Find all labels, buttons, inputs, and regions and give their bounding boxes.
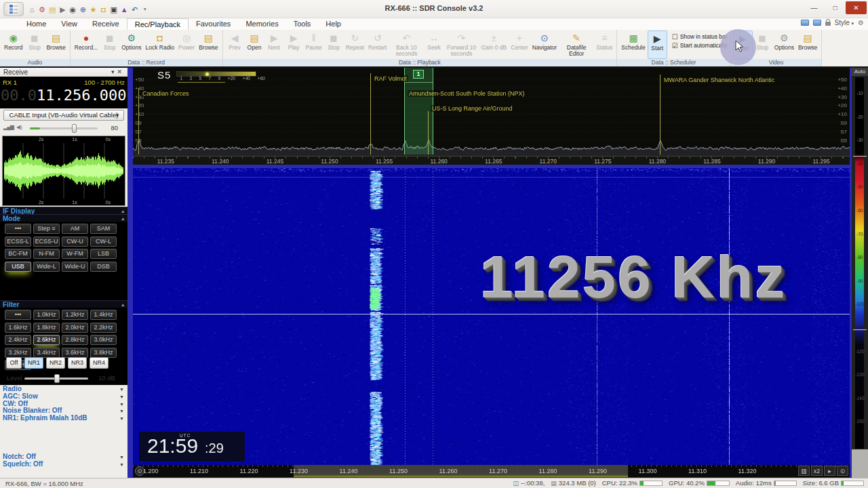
ribbon-button[interactable]: ↺Restart bbox=[366, 30, 389, 59]
user-icon[interactable]: ▲ bbox=[121, 5, 128, 14]
filter-button[interactable]: 1.6kHz bbox=[5, 323, 31, 333]
mode-button[interactable]: BC-FM bbox=[5, 249, 31, 259]
ribbon-button[interactable]: ▤Browse bbox=[44, 30, 67, 59]
mode-button[interactable]: ECSS-U bbox=[33, 237, 60, 247]
radio-setting-row[interactable]: NR1: Ephraim Malah 10dB▼ bbox=[0, 415, 127, 422]
center-view-icon[interactable]: ⊙ bbox=[837, 466, 848, 476]
mode-button[interactable]: LSB bbox=[90, 249, 117, 259]
menu-tab[interactable]: Memories bbox=[238, 18, 285, 30]
undo-icon[interactable]: ↶ bbox=[132, 5, 138, 14]
filter-button[interactable]: ••• bbox=[5, 310, 31, 320]
ribbon-button[interactable]: ◘Lock Radio bbox=[144, 30, 177, 59]
monitor-1-icon[interactable] bbox=[801, 20, 809, 26]
zoom-level-button[interactable]: x2 bbox=[811, 466, 823, 476]
radio-setting-row[interactable]: Squelch: Off▼ bbox=[0, 461, 127, 468]
ribbon-button[interactable]: ↻Repeat bbox=[344, 30, 366, 59]
filter-button[interactable]: 2.8kHz bbox=[62, 335, 88, 345]
section-if-display[interactable]: IF Display▴ bbox=[0, 207, 127, 214]
mode-button[interactable]: N-FM bbox=[33, 249, 60, 259]
favourite-icon[interactable]: ★ bbox=[90, 5, 96, 14]
ribbon-button[interactable]: ▦Schedule bbox=[619, 30, 647, 59]
ribbon-button[interactable]: ≡Status bbox=[594, 30, 614, 59]
ribbon-button[interactable]: ◉Record bbox=[2, 30, 24, 59]
frequency-navigation-bar[interactable]: 11.20011.21011.22011.23011.24011.25011.2… bbox=[133, 465, 850, 477]
mode-button[interactable]: DSB bbox=[90, 262, 117, 272]
maximize-button[interactable]: □ bbox=[825, 1, 846, 14]
mode-button[interactable]: W-FM bbox=[62, 249, 88, 259]
menu-tab[interactable]: Favourites bbox=[189, 18, 238, 30]
filter-button[interactable]: 2.6kHz bbox=[33, 335, 60, 345]
menu-tab[interactable]: Rec/Playback bbox=[127, 18, 189, 30]
ribbon-button[interactable]: ●Record... bbox=[73, 30, 100, 59]
menu-tab[interactable]: Receive bbox=[85, 18, 127, 30]
mode-button[interactable]: AM bbox=[62, 224, 88, 234]
panel-close-icon[interactable]: ✕ bbox=[117, 68, 125, 75]
minimize-button[interactable]: — bbox=[804, 1, 825, 14]
filter-button[interactable]: 3.8kHz bbox=[90, 348, 117, 358]
scheduler-checkbox[interactable]: ☑Start automatically bbox=[672, 42, 728, 49]
filter-button[interactable]: 3.4kHz bbox=[33, 348, 60, 358]
mode-button[interactable]: Wide-L bbox=[33, 262, 60, 272]
filter-button[interactable]: 1.4kHz bbox=[90, 310, 117, 320]
ribbon-button[interactable]: ↔Seek bbox=[424, 30, 443, 59]
filter-button[interactable]: 3.6kHz bbox=[62, 348, 88, 358]
ribbon-button[interactable]: ◼Stop bbox=[24, 30, 44, 59]
mode-button[interactable]: CW-U bbox=[62, 237, 88, 247]
more-icon[interactable]: ▾ bbox=[142, 5, 149, 14]
ribbon-button[interactable]: ±Gain 0 dB bbox=[479, 30, 509, 59]
play-icon[interactable]: ▶ bbox=[59, 5, 66, 14]
volume-slider[interactable] bbox=[30, 127, 98, 129]
ribbon-button[interactable]: +Center bbox=[509, 30, 530, 59]
menu-tab[interactable]: Tools bbox=[286, 18, 319, 30]
ribbon-button[interactable]: ◼Stop bbox=[324, 30, 344, 59]
filter-button[interactable]: 1.8kHz bbox=[33, 323, 60, 333]
waterfall-canvas[interactable] bbox=[133, 168, 850, 465]
ribbon-button[interactable]: ◎Power bbox=[176, 30, 197, 59]
ribbon-button[interactable]: ⚙Options bbox=[772, 30, 796, 59]
mode-button[interactable]: ••• bbox=[5, 224, 31, 234]
ribbon-button[interactable]: ▶Next bbox=[264, 30, 284, 59]
settings-icon[interactable]: ⚙ bbox=[39, 5, 45, 14]
volume-slider-thumb[interactable] bbox=[72, 124, 77, 133]
video-capture-icon[interactable]: ▥ bbox=[798, 466, 810, 476]
close-button[interactable]: ✕ bbox=[846, 1, 867, 14]
app-menu-button[interactable] bbox=[3, 2, 24, 16]
nr-button[interactable]: NR2 bbox=[46, 357, 65, 369]
monitor-2-icon[interactable] bbox=[813, 20, 821, 26]
gear-icon[interactable]: ⚙ bbox=[858, 19, 864, 26]
nr-button[interactable]: Off bbox=[6, 357, 22, 369]
spectrum-frequency-axis[interactable]: 11.23511.24011.24511.25011.25511.26011.2… bbox=[133, 156, 850, 165]
audio-device-select[interactable]: CABLE Input (VB-Audio Virtual Cable) ▼ bbox=[3, 110, 124, 121]
mode-button[interactable]: Step ≡ bbox=[33, 224, 60, 234]
mode-button[interactable]: SAM bbox=[90, 224, 117, 234]
filter-button[interactable]: 2.4kHz bbox=[5, 335, 31, 345]
ribbon-button[interactable]: ◀Prev bbox=[225, 30, 245, 59]
camera-icon[interactable]: ▣ bbox=[110, 5, 117, 14]
zoom-in-icon[interactable]: ▸ bbox=[824, 466, 835, 476]
nr-button[interactable]: NR4 bbox=[90, 357, 108, 369]
ribbon-button[interactable]: ↶Back 10 seconds bbox=[389, 30, 424, 59]
filter-button[interactable]: 1.0kHz bbox=[33, 310, 60, 320]
home-icon[interactable]: ⌂ bbox=[28, 5, 35, 14]
ribbon-button[interactable]: ⚙Options bbox=[119, 30, 143, 59]
mode-button[interactable]: CW-L bbox=[90, 237, 117, 247]
folder-icon[interactable]: ▤ bbox=[49, 5, 56, 14]
filter-button[interactable]: 3.2kHz bbox=[5, 348, 31, 358]
style-menu[interactable]: Style ▾ bbox=[835, 19, 854, 26]
rx-marker-badge[interactable]: 1 bbox=[413, 70, 424, 79]
colorbar-upper-marker[interactable] bbox=[853, 156, 867, 157]
ribbon-button[interactable]: ⊙Navigator bbox=[530, 30, 559, 59]
lock-icon[interactable]: ◘ bbox=[100, 5, 106, 14]
ribbon-button[interactable]: ▤Browse bbox=[796, 30, 819, 59]
zoom-reset-button[interactable]: ⊙ bbox=[135, 466, 144, 476]
record-icon[interactable]: ◉ bbox=[69, 5, 76, 14]
filter-button[interactable]: 1.2kHz bbox=[62, 310, 88, 320]
menu-tab[interactable]: Home bbox=[19, 18, 54, 30]
lock-layout-icon[interactable] bbox=[825, 22, 831, 26]
mode-button[interactable]: ECSS-L bbox=[5, 237, 31, 247]
mode-button[interactable]: Wide-U bbox=[62, 262, 88, 272]
ribbon-button[interactable]: ↷Forward 10 seconds bbox=[443, 30, 479, 59]
tuning-passband[interactable] bbox=[404, 68, 433, 155]
nr-button[interactable]: NR1 bbox=[24, 357, 43, 369]
ribbon-button[interactable]: ◼Stop bbox=[100, 30, 119, 59]
